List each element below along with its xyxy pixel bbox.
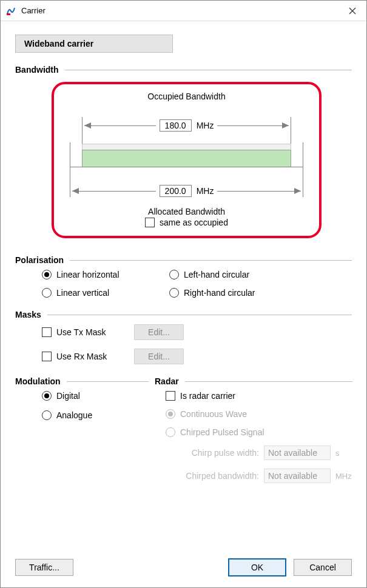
radio-right-hand-circular[interactable]: Right-hand circular <box>169 288 291 298</box>
radio-linear-horizontal[interactable]: Linear horizontal <box>42 270 163 279</box>
occupied-bandwidth-unit: MHz <box>197 121 214 130</box>
radio-chirped-pulsed: Chirped Pulsed Signal <box>166 427 352 437</box>
chirp-pulse-width-value: Not available <box>264 446 331 460</box>
chirped-bandwidth-value: Not available <box>264 469 331 483</box>
radio-left-hand-circular[interactable]: Left-hand circular <box>169 270 291 279</box>
section-masks: Masks <box>15 310 352 319</box>
close-button[interactable] <box>338 1 366 21</box>
radio-continuous-wave: Continuous Wave <box>166 409 352 419</box>
occupied-bandwidth-label: Occupied Bandwidth <box>66 92 307 101</box>
use-tx-mask-checkbox[interactable]: Use Tx Mask <box>42 327 127 337</box>
radio-digital[interactable]: Digital <box>42 391 149 401</box>
chirped-bandwidth-unit: MHz <box>335 472 352 481</box>
allocated-bandwidth-unit: MHz <box>197 186 214 196</box>
cancel-button[interactable]: Cancel <box>294 559 352 576</box>
section-radar: Radar <box>155 376 352 386</box>
section-radar-label: Radar <box>155 376 179 386</box>
section-polarisation-label: Polarisation <box>15 255 64 265</box>
edit-tx-mask-button[interactable]: Edit... <box>134 324 184 340</box>
same-as-occupied-checkbox[interactable]: same as occupied <box>145 218 228 227</box>
chirp-pulse-width-unit: s <box>335 449 352 458</box>
bandwidth-diagram: 180.0 MHz 200.0 MHz <box>70 106 303 203</box>
chirp-pulse-width-label: Chirp pulse width: <box>174 448 259 458</box>
bandwidth-box: Occupied Bandwidth 180.0 MHz 200.0 <box>52 82 322 238</box>
section-modulation: Modulation <box>15 376 149 386</box>
title-bar: Carrier <box>1 1 366 21</box>
chirped-bandwidth-label: Chirped bandwidth: <box>174 471 259 481</box>
occupied-bandwidth-input[interactable]: 180.0 <box>160 119 192 132</box>
close-icon <box>349 7 356 15</box>
dialog-content: Wideband carrier Bandwidth Occupied Band… <box>1 21 366 587</box>
footer: Traffic... OK Cancel <box>15 547 352 576</box>
ok-button[interactable]: OK <box>228 558 286 576</box>
use-rx-mask-checkbox[interactable]: Use Rx Mask <box>42 352 127 361</box>
section-polarisation: Polarisation <box>15 255 352 265</box>
section-modulation-label: Modulation <box>15 376 61 386</box>
radio-linear-vertical[interactable]: Linear vertical <box>42 288 163 298</box>
svg-rect-0 <box>7 13 10 15</box>
allocated-bandwidth-label: Allocated Bandwidth <box>66 207 307 216</box>
traffic-button[interactable]: Traffic... <box>15 559 73 576</box>
section-bandwidth: Bandwidth <box>15 65 352 75</box>
allocated-bandwidth-input[interactable]: 200.0 <box>160 185 192 197</box>
app-icon <box>5 5 16 16</box>
same-as-occupied-label: same as occupied <box>160 218 228 227</box>
section-masks-label: Masks <box>15 310 41 319</box>
edit-rx-mask-button[interactable]: Edit... <box>134 349 184 364</box>
window-title: Carrier <box>21 6 45 15</box>
section-bandwidth-label: Bandwidth <box>15 65 59 75</box>
radio-analogue[interactable]: Analogue <box>42 410 149 420</box>
tab-wideband-carrier[interactable]: Wideband carrier <box>15 35 173 53</box>
is-radar-carrier-checkbox[interactable]: Is radar carrier <box>166 391 352 401</box>
